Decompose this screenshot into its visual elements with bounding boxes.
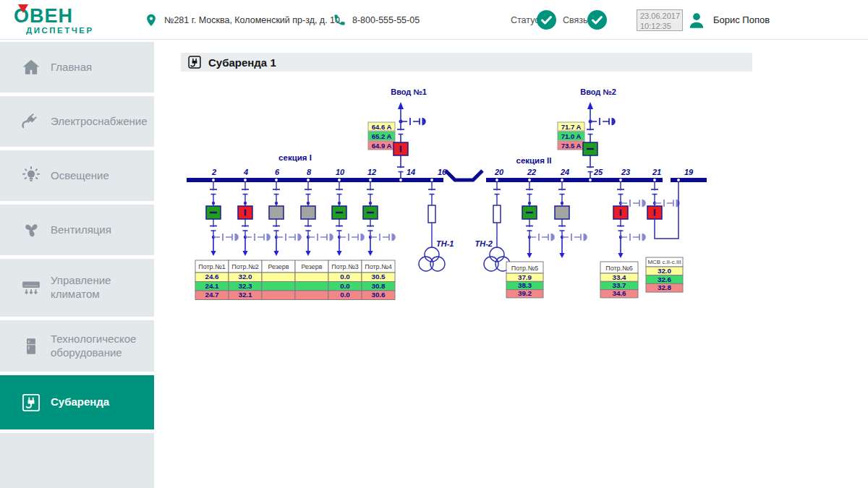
consumer-table-value: 30.8 <box>371 282 386 290</box>
up-arrow <box>587 102 593 109</box>
consumer-table-value: 30.6 <box>371 291 386 299</box>
user-menu[interactable]: Борис Попов <box>687 0 770 40</box>
bus-position-number: 19 <box>684 168 694 176</box>
disconnector-gap <box>589 168 592 171</box>
bus-connection-dot <box>619 179 622 181</box>
consumer-table-cell <box>262 282 295 291</box>
consumer-table-header: Потр.№2 <box>231 263 259 270</box>
section-label: секция I <box>278 153 312 162</box>
consumer-table-value: 32.8 <box>658 283 672 291</box>
bus-position-number: 2 <box>211 168 216 176</box>
junction-dot <box>369 202 372 205</box>
fan-icon <box>21 220 41 240</box>
sidebar-item-power[interactable]: Электроснабжение <box>0 96 154 147</box>
socket-icon <box>21 393 41 413</box>
drawout-symbol <box>330 234 333 241</box>
section-label: секция II <box>516 156 552 165</box>
link-indicator <box>587 0 607 40</box>
bus-tie-open-switch[interactable] <box>446 171 482 180</box>
plug-icon <box>21 111 41 132</box>
measurement-value: 71.0 A <box>561 132 582 140</box>
datetime-box: 23.06.2017 10:12:35 <box>637 9 683 31</box>
sidebar-item-home[interactable]: Главная <box>0 42 154 93</box>
disconnector-gap <box>244 227 247 230</box>
consumer-table-value: 38.3 <box>518 281 532 289</box>
bus-position-number: 4 <box>243 168 248 176</box>
disconnector-gap <box>212 227 215 230</box>
sidebar-item-ventilation[interactable]: Вентиляция <box>0 205 154 255</box>
bus-position-number: 12 <box>367 168 376 176</box>
sidebar-item-label: Вентиляция <box>51 223 116 237</box>
breaker-gray[interactable] <box>555 206 569 219</box>
bus-connection-dot <box>275 179 278 181</box>
disconnector-gap <box>338 190 341 193</box>
disconnector-gap <box>561 227 563 230</box>
bus-position-number: 25 <box>593 168 603 176</box>
consumer-table-cell <box>295 273 328 282</box>
busbar-3 <box>671 178 707 182</box>
disconnector-gap <box>275 190 278 193</box>
bus-connection-dot <box>430 179 433 181</box>
junction-dot <box>212 202 215 205</box>
down-arrow <box>367 251 373 256</box>
sidebar-item-label: Субаренда <box>51 395 114 409</box>
disconnector-gap <box>275 227 278 230</box>
consumer-table-header: МСВ с.II-с.III <box>647 259 681 265</box>
bus-position-number: 22 <box>527 168 536 176</box>
bus-connection-dot <box>561 179 563 181</box>
drawout-symbol <box>298 234 302 241</box>
down-arrow <box>273 251 278 256</box>
sidebar-item-label: Освещение <box>51 169 114 183</box>
drawout-symbol <box>676 200 680 207</box>
site-address: №281 г. Москва, Коломенский пр-зд, д. 10 <box>145 0 340 40</box>
junction-dot <box>528 202 531 205</box>
drawout-symbol <box>361 234 365 241</box>
consumer-table-value: 0.0 <box>340 273 350 281</box>
sidebar-item-sublease[interactable]: Субаренда <box>0 375 154 429</box>
down-arrow <box>618 253 623 258</box>
sidebar-item-equipment[interactable]: Технологическое оборудование <box>0 320 154 372</box>
down-arrow <box>242 251 247 256</box>
breaker-gray[interactable] <box>301 206 315 219</box>
disconnector-gap <box>399 168 402 171</box>
busbar-2 <box>486 178 663 182</box>
disconnector-gap <box>307 190 310 193</box>
consumer-table-header: Потр.№4 <box>365 263 392 270</box>
bus-connection-dot <box>338 179 341 181</box>
bus-position-number: 8 <box>307 168 312 176</box>
bus-position-number: 14 <box>407 168 415 176</box>
disconnector-gap <box>244 190 247 193</box>
bus-connection-dot <box>677 179 680 181</box>
bus-position-number: 6 <box>275 168 280 176</box>
vt-label: ТН-1 <box>436 239 454 248</box>
measurement-value: 64.9 A <box>372 142 392 150</box>
disconnector-gap <box>589 130 592 133</box>
link-label: Связь <box>563 15 588 25</box>
sidebar-item-label: Управление климатом <box>51 274 154 301</box>
bus-connection-dot <box>369 179 372 181</box>
consumer-table-value: 37.9 <box>518 273 532 281</box>
consumer-table-header: Потр.№1 <box>198 263 226 270</box>
measurement-value: 64.6 A <box>372 123 392 131</box>
up-arrow <box>398 102 404 109</box>
bus-connection-dot <box>212 179 215 181</box>
sidebar-item-climate[interactable]: Управление климатом <box>0 259 154 317</box>
consumer-table-value: 32.0 <box>238 273 252 281</box>
user-name: Борис Попов <box>713 14 770 25</box>
sidebar-item-lighting[interactable]: Освещение <box>0 150 154 201</box>
bus-connection-dot <box>399 179 402 181</box>
bus-position-number: 20 <box>494 168 504 176</box>
breaker-gray[interactable] <box>269 206 284 219</box>
consumer-table-cell <box>295 282 328 291</box>
bulb-icon <box>21 166 41 186</box>
drawout-symbol <box>642 234 646 241</box>
address-text: №281 г. Москва, Коломенский пр-зд, д. 10 <box>164 15 340 25</box>
drawout-symbol <box>267 234 271 241</box>
disconnector-gap <box>528 227 531 230</box>
climate-icon <box>21 278 41 298</box>
consumer-table-header: Потр.№6 <box>605 265 633 272</box>
disconnector-gap <box>338 227 341 230</box>
top-header: ОВЕН ДИСПЕТЧЕР №281 г. Москва, Коломенск… <box>0 0 868 40</box>
consumer-table-value: 32.6 <box>658 275 672 283</box>
support-phone: 8-800-555-55-05 <box>333 0 420 40</box>
